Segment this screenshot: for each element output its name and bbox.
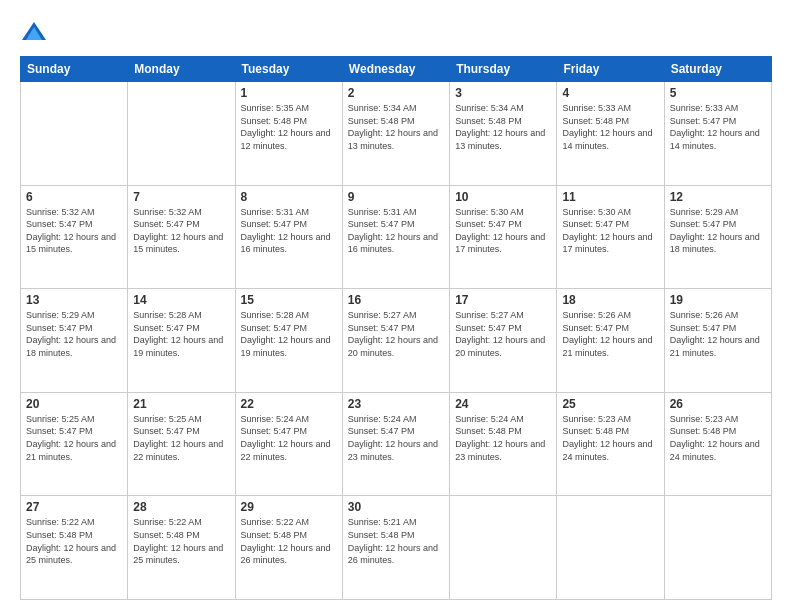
day-number: 19 bbox=[670, 293, 766, 307]
calendar-cell: 8Sunrise: 5:31 AMSunset: 5:47 PMDaylight… bbox=[235, 185, 342, 289]
calendar-cell: 27Sunrise: 5:22 AMSunset: 5:48 PMDayligh… bbox=[21, 496, 128, 600]
calendar-cell: 11Sunrise: 5:30 AMSunset: 5:47 PMDayligh… bbox=[557, 185, 664, 289]
calendar-cell: 4Sunrise: 5:33 AMSunset: 5:48 PMDaylight… bbox=[557, 82, 664, 186]
calendar-cell: 24Sunrise: 5:24 AMSunset: 5:48 PMDayligh… bbox=[450, 392, 557, 496]
calendar-cell: 18Sunrise: 5:26 AMSunset: 5:47 PMDayligh… bbox=[557, 289, 664, 393]
calendar-cell: 20Sunrise: 5:25 AMSunset: 5:47 PMDayligh… bbox=[21, 392, 128, 496]
day-number: 16 bbox=[348, 293, 444, 307]
calendar-cell: 1Sunrise: 5:35 AMSunset: 5:48 PMDaylight… bbox=[235, 82, 342, 186]
day-number: 6 bbox=[26, 190, 122, 204]
day-info: Sunrise: 5:25 AMSunset: 5:47 PMDaylight:… bbox=[26, 413, 122, 463]
day-number: 15 bbox=[241, 293, 337, 307]
page: SundayMondayTuesdayWednesdayThursdayFrid… bbox=[0, 0, 792, 612]
day-number: 18 bbox=[562, 293, 658, 307]
day-info: Sunrise: 5:24 AMSunset: 5:47 PMDaylight:… bbox=[348, 413, 444, 463]
week-row-1: 1Sunrise: 5:35 AMSunset: 5:48 PMDaylight… bbox=[21, 82, 772, 186]
day-info: Sunrise: 5:31 AMSunset: 5:47 PMDaylight:… bbox=[348, 206, 444, 256]
weekday-header-tuesday: Tuesday bbox=[235, 57, 342, 82]
day-info: Sunrise: 5:35 AMSunset: 5:48 PMDaylight:… bbox=[241, 102, 337, 152]
calendar-cell: 26Sunrise: 5:23 AMSunset: 5:48 PMDayligh… bbox=[664, 392, 771, 496]
day-info: Sunrise: 5:32 AMSunset: 5:47 PMDaylight:… bbox=[26, 206, 122, 256]
calendar-cell: 9Sunrise: 5:31 AMSunset: 5:47 PMDaylight… bbox=[342, 185, 449, 289]
calendar-cell: 5Sunrise: 5:33 AMSunset: 5:47 PMDaylight… bbox=[664, 82, 771, 186]
day-number: 10 bbox=[455, 190, 551, 204]
day-info: Sunrise: 5:33 AMSunset: 5:47 PMDaylight:… bbox=[670, 102, 766, 152]
day-number: 14 bbox=[133, 293, 229, 307]
day-info: Sunrise: 5:24 AMSunset: 5:47 PMDaylight:… bbox=[241, 413, 337, 463]
calendar-cell: 15Sunrise: 5:28 AMSunset: 5:47 PMDayligh… bbox=[235, 289, 342, 393]
day-number: 1 bbox=[241, 86, 337, 100]
day-info: Sunrise: 5:26 AMSunset: 5:47 PMDaylight:… bbox=[562, 309, 658, 359]
day-number: 20 bbox=[26, 397, 122, 411]
weekday-header-friday: Friday bbox=[557, 57, 664, 82]
day-number: 23 bbox=[348, 397, 444, 411]
day-number: 21 bbox=[133, 397, 229, 411]
calendar-cell: 30Sunrise: 5:21 AMSunset: 5:48 PMDayligh… bbox=[342, 496, 449, 600]
day-info: Sunrise: 5:25 AMSunset: 5:47 PMDaylight:… bbox=[133, 413, 229, 463]
calendar-cell: 28Sunrise: 5:22 AMSunset: 5:48 PMDayligh… bbox=[128, 496, 235, 600]
day-number: 17 bbox=[455, 293, 551, 307]
calendar-cell bbox=[128, 82, 235, 186]
day-number: 22 bbox=[241, 397, 337, 411]
day-info: Sunrise: 5:29 AMSunset: 5:47 PMDaylight:… bbox=[670, 206, 766, 256]
day-info: Sunrise: 5:28 AMSunset: 5:47 PMDaylight:… bbox=[241, 309, 337, 359]
calendar-table: SundayMondayTuesdayWednesdayThursdayFrid… bbox=[20, 56, 772, 600]
day-info: Sunrise: 5:31 AMSunset: 5:47 PMDaylight:… bbox=[241, 206, 337, 256]
calendar-cell: 23Sunrise: 5:24 AMSunset: 5:47 PMDayligh… bbox=[342, 392, 449, 496]
weekday-header-thursday: Thursday bbox=[450, 57, 557, 82]
calendar-cell bbox=[557, 496, 664, 600]
day-info: Sunrise: 5:26 AMSunset: 5:47 PMDaylight:… bbox=[670, 309, 766, 359]
weekday-header-wednesday: Wednesday bbox=[342, 57, 449, 82]
calendar-cell: 2Sunrise: 5:34 AMSunset: 5:48 PMDaylight… bbox=[342, 82, 449, 186]
day-info: Sunrise: 5:30 AMSunset: 5:47 PMDaylight:… bbox=[455, 206, 551, 256]
calendar-cell bbox=[664, 496, 771, 600]
day-number: 29 bbox=[241, 500, 337, 514]
week-row-2: 6Sunrise: 5:32 AMSunset: 5:47 PMDaylight… bbox=[21, 185, 772, 289]
calendar-cell: 17Sunrise: 5:27 AMSunset: 5:47 PMDayligh… bbox=[450, 289, 557, 393]
day-info: Sunrise: 5:34 AMSunset: 5:48 PMDaylight:… bbox=[348, 102, 444, 152]
calendar-cell: 25Sunrise: 5:23 AMSunset: 5:48 PMDayligh… bbox=[557, 392, 664, 496]
day-number: 13 bbox=[26, 293, 122, 307]
calendar-cell: 29Sunrise: 5:22 AMSunset: 5:48 PMDayligh… bbox=[235, 496, 342, 600]
calendar-cell: 10Sunrise: 5:30 AMSunset: 5:47 PMDayligh… bbox=[450, 185, 557, 289]
day-number: 24 bbox=[455, 397, 551, 411]
calendar-cell: 22Sunrise: 5:24 AMSunset: 5:47 PMDayligh… bbox=[235, 392, 342, 496]
calendar-cell: 12Sunrise: 5:29 AMSunset: 5:47 PMDayligh… bbox=[664, 185, 771, 289]
day-info: Sunrise: 5:23 AMSunset: 5:48 PMDaylight:… bbox=[562, 413, 658, 463]
day-info: Sunrise: 5:33 AMSunset: 5:48 PMDaylight:… bbox=[562, 102, 658, 152]
day-info: Sunrise: 5:23 AMSunset: 5:48 PMDaylight:… bbox=[670, 413, 766, 463]
day-info: Sunrise: 5:29 AMSunset: 5:47 PMDaylight:… bbox=[26, 309, 122, 359]
calendar-cell bbox=[450, 496, 557, 600]
calendar-cell bbox=[21, 82, 128, 186]
day-number: 9 bbox=[348, 190, 444, 204]
day-number: 12 bbox=[670, 190, 766, 204]
day-info: Sunrise: 5:30 AMSunset: 5:47 PMDaylight:… bbox=[562, 206, 658, 256]
calendar-cell: 21Sunrise: 5:25 AMSunset: 5:47 PMDayligh… bbox=[128, 392, 235, 496]
day-info: Sunrise: 5:32 AMSunset: 5:47 PMDaylight:… bbox=[133, 206, 229, 256]
weekday-header-monday: Monday bbox=[128, 57, 235, 82]
day-number: 8 bbox=[241, 190, 337, 204]
day-number: 25 bbox=[562, 397, 658, 411]
day-info: Sunrise: 5:27 AMSunset: 5:47 PMDaylight:… bbox=[455, 309, 551, 359]
day-number: 5 bbox=[670, 86, 766, 100]
day-number: 7 bbox=[133, 190, 229, 204]
day-number: 28 bbox=[133, 500, 229, 514]
day-number: 2 bbox=[348, 86, 444, 100]
calendar-cell: 3Sunrise: 5:34 AMSunset: 5:48 PMDaylight… bbox=[450, 82, 557, 186]
calendar-cell: 14Sunrise: 5:28 AMSunset: 5:47 PMDayligh… bbox=[128, 289, 235, 393]
day-info: Sunrise: 5:22 AMSunset: 5:48 PMDaylight:… bbox=[133, 516, 229, 566]
calendar-cell: 13Sunrise: 5:29 AMSunset: 5:47 PMDayligh… bbox=[21, 289, 128, 393]
day-number: 11 bbox=[562, 190, 658, 204]
day-info: Sunrise: 5:28 AMSunset: 5:47 PMDaylight:… bbox=[133, 309, 229, 359]
day-info: Sunrise: 5:34 AMSunset: 5:48 PMDaylight:… bbox=[455, 102, 551, 152]
logo bbox=[20, 18, 52, 46]
day-info: Sunrise: 5:24 AMSunset: 5:48 PMDaylight:… bbox=[455, 413, 551, 463]
day-number: 4 bbox=[562, 86, 658, 100]
day-number: 26 bbox=[670, 397, 766, 411]
header bbox=[20, 18, 772, 46]
week-row-4: 20Sunrise: 5:25 AMSunset: 5:47 PMDayligh… bbox=[21, 392, 772, 496]
day-number: 3 bbox=[455, 86, 551, 100]
calendar-cell: 6Sunrise: 5:32 AMSunset: 5:47 PMDaylight… bbox=[21, 185, 128, 289]
logo-icon bbox=[20, 18, 48, 46]
day-number: 27 bbox=[26, 500, 122, 514]
